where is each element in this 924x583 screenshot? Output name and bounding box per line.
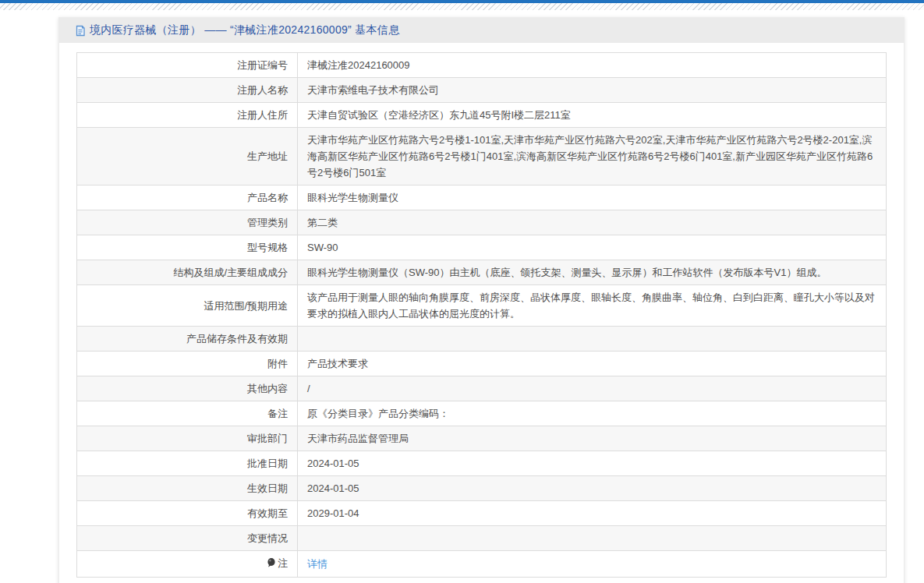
row-label: 注册人住所 [77, 103, 298, 128]
registration-info-table: 注册证编号津械注准20242160009注册人名称天津市索维电子技术有限公司注册… [76, 52, 887, 578]
detail-link[interactable]: 详情 [307, 558, 327, 570]
row-value [298, 327, 887, 352]
row-value: 产品技术要求 [298, 352, 887, 376]
row-label: 结构及组成/主要组成成分 [77, 260, 298, 285]
note-balloon-icon [267, 556, 276, 573]
row-value: 2024-01-05 [298, 451, 887, 476]
card-header: 境内医疗器械（注册） —— “津械注准20242160009” 基本信息 [59, 18, 904, 43]
row-label: 审批部门 [77, 426, 298, 451]
row-value: 2024-01-05 [298, 476, 887, 501]
table-row: 适用范围/预期用途该产品用于测量人眼的轴向角膜厚度、前房深度、晶状体厚度、眼轴长… [77, 285, 887, 327]
row-label: 适用范围/预期用途 [77, 285, 298, 327]
row-label: 注册人名称 [77, 78, 298, 103]
table-row: 结构及组成/主要组成成分眼科光学生物测量仪（SW-90）由主机（底座、颌托支架、… [77, 260, 887, 285]
table-container: 注册证编号津械注准20242160009注册人名称天津市索维电子技术有限公司注册… [59, 43, 904, 583]
row-label: 管理类别 [77, 210, 298, 235]
row-label: 生效日期 [77, 476, 298, 501]
table-row: 管理类别第二类 [77, 210, 887, 235]
row-label: 型号规格 [77, 235, 298, 260]
row-label: 附件 [77, 352, 298, 376]
row-value: 天津市华苑产业区竹苑路六号2号楼1-101室,天津市华苑产业区竹苑路六号202室… [298, 128, 887, 186]
row-value: 眼科光学生物测量仪 [298, 186, 887, 210]
row-value: 详情 [298, 551, 887, 578]
table-row: 变更情况 [77, 526, 887, 551]
row-label: 有效期至 [77, 501, 298, 526]
row-label: 批准日期 [77, 451, 298, 476]
registration-info-card: 境内医疗器械（注册） —— “津械注准20242160009” 基本信息 注册证… [58, 17, 905, 583]
row-label: 其他内容 [77, 376, 298, 401]
row-label: 产品储存条件及有效期 [77, 327, 298, 352]
table-row: 产品储存条件及有效期 [77, 327, 887, 352]
table-row: 生效日期2024-01-05 [77, 476, 887, 501]
row-label: 注 [77, 551, 298, 578]
page-title: 境内医疗器械（注册） —— “津械注准20242160009” 基本信息 [90, 23, 399, 37]
hatch-decoration-strip [0, 3, 924, 10]
row-value: 第二类 [298, 210, 887, 235]
table-row: 注册人名称天津市索维电子技术有限公司 [77, 78, 887, 103]
row-value [298, 526, 887, 551]
document-icon [75, 25, 86, 37]
row-label: 变更情况 [77, 526, 298, 551]
table-row: 注册人住所天津自贸试验区（空港经济区）东九道45号附I楼二层211室 [77, 103, 887, 128]
table-row: 注详情 [77, 551, 887, 578]
row-label: 注册证编号 [77, 53, 298, 78]
table-row: 有效期至2029-01-04 [77, 501, 887, 526]
row-value: 原《分类目录》产品分类编码： [298, 401, 887, 426]
row-value: 眼科光学生物测量仪（SW-90）由主机（底座、颌托支架、测量头、显示屏）和工作站… [298, 260, 887, 285]
row-label: 备注 [77, 401, 298, 426]
row-label: 产品名称 [77, 186, 298, 210]
row-value: 天津自贸试验区（空港经济区）东九道45号附I楼二层211室 [298, 103, 887, 128]
table-row: 备注原《分类目录》产品分类编码： [77, 401, 887, 426]
table-row: 其他内容/ [77, 376, 887, 401]
row-value: / [298, 376, 887, 401]
table-row: 批准日期2024-01-05 [77, 451, 887, 476]
row-value: 天津市药品监督管理局 [298, 426, 887, 451]
table-row: 附件产品技术要求 [77, 352, 887, 376]
row-value: 津械注准20242160009 [298, 53, 887, 78]
row-value: 天津市索维电子技术有限公司 [298, 78, 887, 103]
table-row: 生产地址天津市华苑产业区竹苑路六号2号楼1-101室,天津市华苑产业区竹苑路六号… [77, 128, 887, 186]
table-row: 型号规格SW-90 [77, 235, 887, 260]
row-label: 生产地址 [77, 128, 298, 186]
row-value: 2029-01-04 [298, 501, 887, 526]
row-value: 该产品用于测量人眼的轴向角膜厚度、前房深度、晶状体厚度、眼轴长度、角膜曲率、轴位… [298, 285, 887, 327]
table-row: 产品名称眼科光学生物测量仪 [77, 186, 887, 210]
table-row: 审批部门天津市药品监督管理局 [77, 426, 887, 451]
table-row: 注册证编号津械注准20242160009 [77, 53, 887, 78]
registration-table-body: 注册证编号津械注准20242160009注册人名称天津市索维电子技术有限公司注册… [77, 53, 887, 578]
row-value: SW-90 [298, 235, 887, 260]
